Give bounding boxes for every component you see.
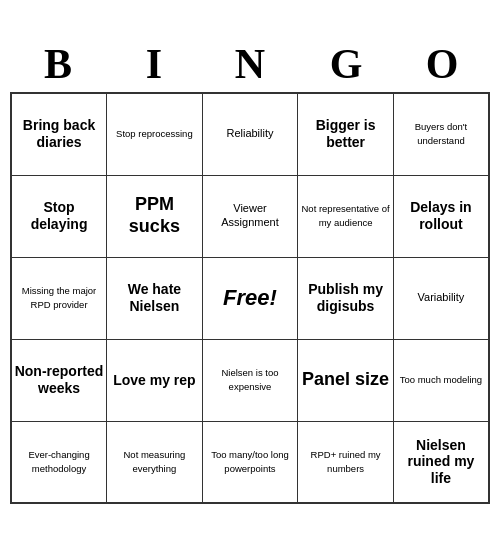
table-cell: Publish my digisubs: [298, 257, 394, 339]
cell-text: Stop reprocessing: [116, 128, 193, 139]
cell-text: Delays in rollout: [410, 199, 471, 232]
table-cell: PPM sucks: [107, 175, 203, 257]
table-cell: Not measuring everything: [107, 421, 203, 503]
cell-text: Bigger is better: [316, 117, 376, 150]
cell-text: Publish my digisubs: [308, 281, 383, 314]
title-letter: I: [106, 40, 202, 88]
table-cell: Nielsen ruined my life: [393, 421, 489, 503]
table-row: Stop delayingPPM sucksViewer AssignmentN…: [11, 175, 489, 257]
cell-text: Ever-changing methodology: [28, 449, 89, 474]
table-cell: Love my rep: [107, 339, 203, 421]
cell-text: Nielsen ruined my life: [407, 437, 474, 487]
cell-text: PPM sucks: [129, 194, 180, 236]
table-cell: Stop reprocessing: [107, 93, 203, 175]
table-cell: Non-reported weeks: [11, 339, 107, 421]
cell-text: Too many/too long powerpoints: [211, 449, 289, 474]
cell-text: Love my rep: [113, 372, 195, 388]
bingo-title: BINGO: [10, 40, 490, 88]
cell-text: Missing the major RPD provider: [22, 285, 96, 310]
cell-text: Not representative of my audience: [301, 203, 389, 228]
table-cell: Too many/too long powerpoints: [202, 421, 298, 503]
table-cell: Free!: [202, 257, 298, 339]
cell-text: Free!: [223, 285, 277, 310]
table-cell: Panel size: [298, 339, 394, 421]
table-row: Bring back diariesStop reprocessingRelia…: [11, 93, 489, 175]
cell-text: Viewer Assignment: [221, 202, 278, 228]
cell-text: Not measuring everything: [124, 449, 186, 474]
cell-text: Variability: [418, 291, 465, 303]
table-cell: Missing the major RPD provider: [11, 257, 107, 339]
table-cell: Bring back diaries: [11, 93, 107, 175]
table-cell: Variability: [393, 257, 489, 339]
table-cell: Reliability: [202, 93, 298, 175]
table-cell: Buyers don't understand: [393, 93, 489, 175]
table-cell: RPD+ ruined my numbers: [298, 421, 394, 503]
cell-text: Buyers don't understand: [415, 121, 468, 146]
table-cell: Bigger is better: [298, 93, 394, 175]
cell-text: Bring back diaries: [23, 117, 95, 150]
cell-text: Stop delaying: [31, 199, 88, 232]
cell-text: Panel size: [302, 369, 389, 389]
table-cell: Not representative of my audience: [298, 175, 394, 257]
bingo-card: BINGO Bring back diariesStop reprocessin…: [10, 40, 490, 504]
table-cell: We hate Nielsen: [107, 257, 203, 339]
cell-text: We hate Nielsen: [128, 281, 181, 314]
table-row: Non-reported weeksLove my repNielsen is …: [11, 339, 489, 421]
table-row: Ever-changing methodologyNot measuring e…: [11, 421, 489, 503]
title-letter: G: [298, 40, 394, 88]
table-row: Missing the major RPD providerWe hate Ni…: [11, 257, 489, 339]
table-cell: Stop delaying: [11, 175, 107, 257]
cell-text: Non-reported weeks: [15, 363, 104, 396]
table-cell: Viewer Assignment: [202, 175, 298, 257]
table-cell: Ever-changing methodology: [11, 421, 107, 503]
cell-text: Reliability: [226, 127, 273, 139]
bingo-grid: Bring back diariesStop reprocessingRelia…: [10, 92, 490, 504]
title-letter: N: [202, 40, 298, 88]
table-cell: Nielsen is too expensive: [202, 339, 298, 421]
cell-text: RPD+ ruined my numbers: [311, 449, 381, 474]
cell-text: Too much modeling: [400, 374, 482, 385]
title-letter: B: [10, 40, 106, 88]
title-letter: O: [394, 40, 490, 88]
table-cell: Too much modeling: [393, 339, 489, 421]
cell-text: Nielsen is too expensive: [221, 367, 278, 392]
table-cell: Delays in rollout: [393, 175, 489, 257]
